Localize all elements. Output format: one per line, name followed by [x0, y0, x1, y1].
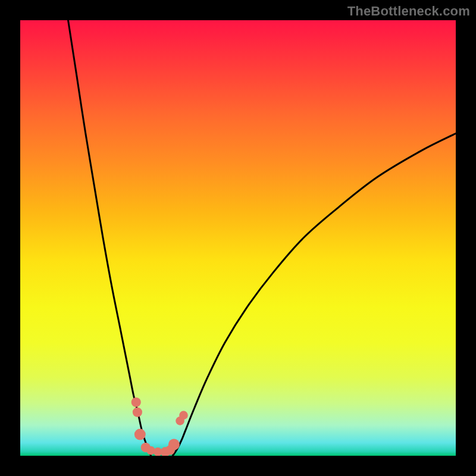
marker-dot — [131, 397, 141, 407]
curve-left-branch — [68, 20, 151, 456]
valley-markers — [131, 397, 188, 456]
marker-dot — [179, 411, 188, 420]
curve-right-branch — [173, 133, 456, 456]
marker-dot — [134, 429, 146, 440]
watermark-text: TheBottleneck.com — [347, 4, 470, 19]
plot-area — [20, 20, 456, 456]
marker-dot — [133, 408, 142, 417]
marker-dot — [168, 439, 180, 450]
bottleneck-curve — [20, 20, 456, 456]
outer-frame: TheBottleneck.com — [0, 0, 476, 476]
